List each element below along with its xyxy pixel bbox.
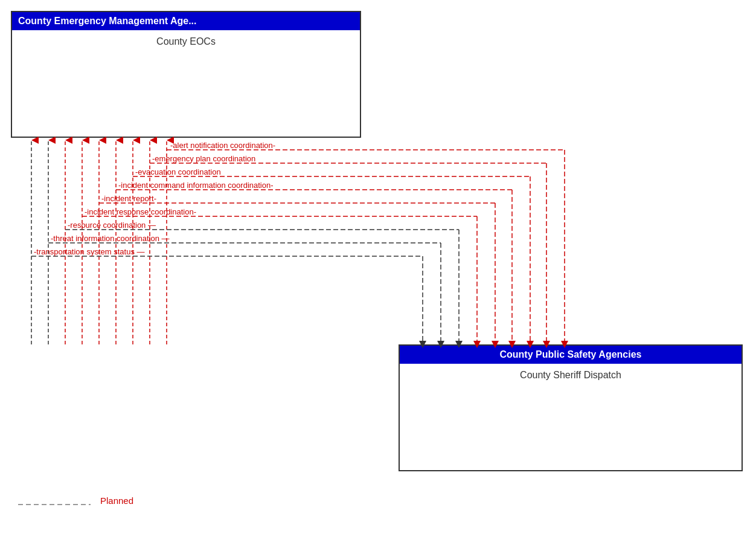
label-emergency-plan: -emergency plan coordination	[152, 154, 255, 163]
diagram-container: County Emergency Management Age... Count…	[0, 0, 756, 542]
label-incident-report: -incident report-	[101, 194, 156, 203]
label-threat: -threat information coordination —	[51, 234, 170, 243]
label-resource: -resource coordination —	[68, 221, 156, 230]
flow-diagram-svg: -alert notification coordination- -emerg…	[0, 0, 756, 542]
label-transportation: -transportation system status —	[34, 247, 145, 256]
label-incident-command: -incident command information coordinati…	[118, 181, 274, 190]
legend-label: Planned	[100, 495, 133, 506]
label-incident-response: -incident response coordination-	[85, 207, 196, 216]
legend: Planned	[18, 495, 133, 506]
label-alert-notification: -alert notification coordination-	[170, 141, 275, 150]
label-evacuation: -evacuation coordination	[135, 167, 221, 176]
